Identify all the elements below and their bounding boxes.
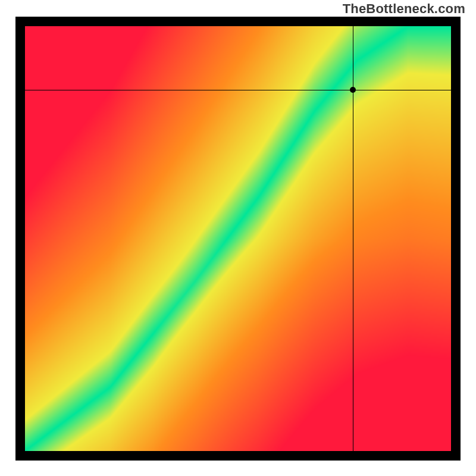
- root-container: TheBottleneck.com: [0, 0, 476, 476]
- watermark-label: TheBottleneck.com: [343, 1, 465, 17]
- plot-frame: [15, 17, 461, 461]
- marker-dot: [350, 87, 356, 93]
- crosshair-horizontal: [25, 90, 451, 90]
